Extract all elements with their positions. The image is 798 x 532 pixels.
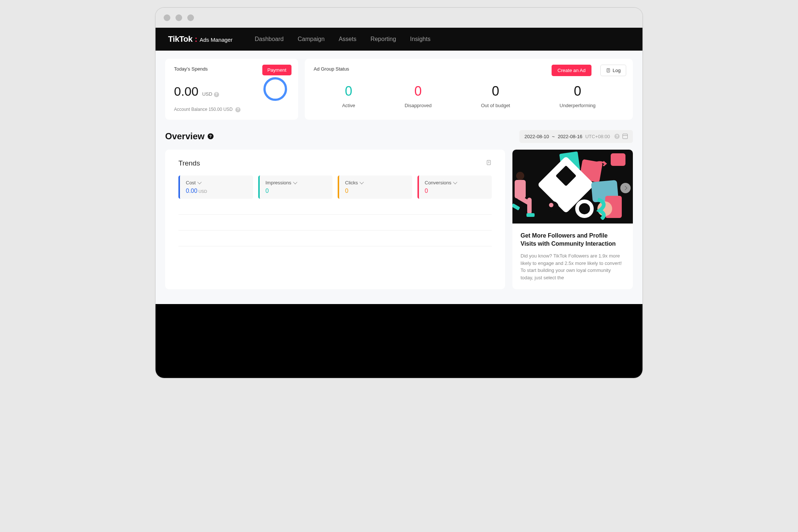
chevron-down-icon <box>293 180 297 184</box>
window-titlebar <box>156 8 642 28</box>
window-dot <box>164 14 170 21</box>
metric-conversions[interactable]: Conversions 0 <box>417 175 492 199</box>
balance-text: Account Balance 150.00 USD <box>174 107 233 112</box>
payment-button[interactable]: Payment <box>262 65 291 75</box>
chevron-down-icon <box>359 180 364 184</box>
brand-main: TikTok <box>168 34 192 44</box>
deco-person <box>516 172 524 180</box>
promo-title: Get More Followers and Profile Visits wi… <box>521 232 625 248</box>
brand-sub: Ads Manager <box>200 37 232 43</box>
promo-body: Get More Followers and Profile Visits wi… <box>512 224 633 290</box>
promo-text: Did you know? TikTok Followers are 1.9x … <box>521 252 625 281</box>
overview-title: Overview ? <box>165 131 214 141</box>
date-separator: ~ <box>552 134 555 139</box>
top-nav: TikTok: Ads Manager Dashboard Campaign A… <box>156 28 642 51</box>
metric-cost[interactable]: Cost 0.00USD <box>178 175 253 199</box>
metric-impressions[interactable]: Impressions 0 <box>258 175 333 199</box>
status-value: 0 <box>481 83 510 99</box>
chevron-right-icon <box>623 186 627 190</box>
metric-value: 0.00USD <box>186 188 247 194</box>
brand[interactable]: TikTok: Ads Manager <box>168 34 232 44</box>
timezone: UTC+08:00 <box>585 134 610 139</box>
status-value: 0 <box>342 83 355 99</box>
status-grid: 0 Active 0 Disapproved 0 Out of budget <box>314 83 624 108</box>
grid-line <box>178 246 492 246</box>
trend-chart <box>178 214 492 246</box>
status-label: Disapproved <box>405 103 432 108</box>
deco-shape <box>548 201 559 212</box>
todays-spends-card: Today's Spends Payment 0.00 USD? Account… <box>165 59 298 120</box>
status-label: Underperforming <box>560 103 596 108</box>
metric-label: Conversions <box>425 180 486 185</box>
help-icon[interactable]: ? <box>208 133 214 139</box>
balance-row: Account Balance 150.00 USD ? <box>174 107 289 112</box>
export-icon[interactable] <box>486 159 492 167</box>
date-from: 2022-08-10 <box>525 134 549 139</box>
main: Today's Spends Payment 0.00 USD? Account… <box>156 51 642 304</box>
help-icon[interactable]: ? <box>235 107 241 112</box>
nav-assets[interactable]: Assets <box>339 36 357 42</box>
create-ad-button[interactable]: Create an Ad <box>552 65 591 76</box>
trends-title: Trends <box>178 159 492 167</box>
chevron-down-icon <box>453 180 457 184</box>
log-button-label: Log <box>613 68 621 73</box>
metric-label: Clicks <box>345 180 406 185</box>
ad-group-status-card: Ad Group Status Create an Ad Log 0 Activ… <box>305 59 633 120</box>
deco-shape <box>575 200 594 218</box>
promo-card[interactable]: Get More Followers and Profile Visits wi… <box>512 150 633 290</box>
deco-shape <box>611 153 625 166</box>
nav-links: Dashboard Campaign Assets Reporting Insi… <box>255 36 430 42</box>
status-label: Out of budget <box>481 103 510 108</box>
window-dot <box>175 14 182 21</box>
status-out-of-budget[interactable]: 0 Out of budget <box>481 83 510 108</box>
status-value: 0 <box>405 83 432 99</box>
status-value: 0 <box>560 83 596 99</box>
status-active[interactable]: 0 Active <box>342 83 355 108</box>
date-range-picker[interactable]: 2022-08-10 ~ 2022-08-16 UTC+08:00 ? <box>519 130 633 143</box>
trends-card: Trends Cost 0.00USD Impressions 0 Clicks <box>165 150 505 290</box>
grid-line <box>178 230 492 231</box>
log-button[interactable]: Log <box>600 65 626 76</box>
spend-currency: USD? <box>202 91 219 97</box>
status-underperforming[interactable]: 0 Underperforming <box>560 83 596 108</box>
nav-insights[interactable]: Insights <box>410 36 430 42</box>
spend-gauge-icon <box>263 77 287 101</box>
metric-value: 0 <box>266 188 327 194</box>
metric-value: 0 <box>345 188 406 194</box>
calendar-icon <box>623 134 628 139</box>
deco-person <box>527 198 532 214</box>
nav-campaign[interactable]: Campaign <box>298 36 325 42</box>
summary-row: Today's Spends Payment 0.00 USD? Account… <box>165 59 633 120</box>
deco-shape <box>596 198 611 220</box>
overview-body: Trends Cost 0.00USD Impressions 0 Clicks <box>165 150 633 290</box>
grid-line <box>178 214 492 215</box>
spend-amount: 0.00 <box>174 84 198 99</box>
brand-colon: : <box>195 34 197 44</box>
metric-clicks[interactable]: Clicks 0 <box>338 175 412 199</box>
chevron-down-icon <box>197 180 201 184</box>
promo-illustration <box>512 150 633 224</box>
metric-label: Cost <box>186 180 247 185</box>
status-label: Active <box>342 103 355 108</box>
deco-person <box>512 203 520 211</box>
deco-person <box>526 213 535 217</box>
help-icon[interactable]: ? <box>614 134 620 139</box>
help-icon[interactable]: ? <box>214 92 219 97</box>
status-disapproved[interactable]: 0 Disapproved <box>405 83 432 108</box>
arrow-icon <box>589 161 607 168</box>
metric-row: Cost 0.00USD Impressions 0 Clicks 0 Co <box>178 175 492 199</box>
nav-dashboard[interactable]: Dashboard <box>255 36 283 42</box>
footer-empty <box>156 304 642 378</box>
nav-reporting[interactable]: Reporting <box>371 36 396 42</box>
metric-label: Impressions <box>266 180 327 185</box>
app-content: TikTok: Ads Manager Dashboard Campaign A… <box>156 28 642 304</box>
date-to: 2022-08-16 <box>558 134 583 139</box>
document-icon <box>606 68 611 73</box>
overview-header: Overview ? 2022-08-10 ~ 2022-08-16 UTC+0… <box>165 130 633 143</box>
window-dot <box>187 14 194 21</box>
metric-value: 0 <box>425 188 486 194</box>
carousel-next-button[interactable] <box>620 183 631 193</box>
browser-window: TikTok: Ads Manager Dashboard Campaign A… <box>155 7 643 378</box>
